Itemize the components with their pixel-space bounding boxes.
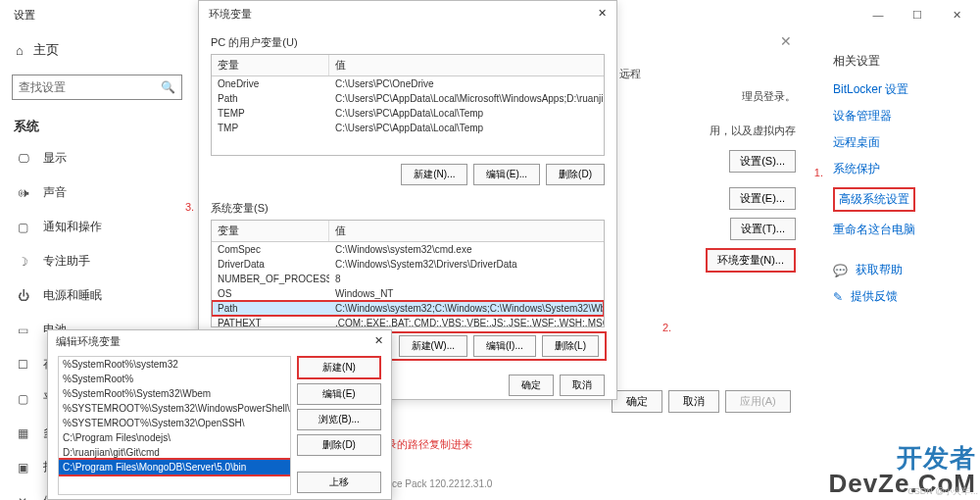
inner-close-icon[interactable]: ✕ [780,33,792,49]
browse-button[interactable]: 浏览(B)... [297,409,381,430]
nav-focus[interactable]: ☽专注助手 [0,244,194,278]
nav-label: 声音 [43,184,67,201]
env-cancel-button[interactable]: 取消 [560,375,605,396]
annotation-2: 2. [662,322,671,333]
annotation-3: 3. [185,201,194,213]
ok-button[interactable]: 确定 [612,390,662,413]
edit-sys-button[interactable]: 编辑(I)... [473,335,536,357]
table-row: TMPC:\Users\PC\AppData\Local\Temp [212,121,604,135]
home-icon: ⌂ [16,43,24,58]
path-list[interactable]: %SystemRoot%\system32 %SystemRoot% %Syst… [58,356,291,495]
bell-icon: ▢ [18,221,31,234]
list-item[interactable]: %SystemRoot%\system32 [59,357,290,372]
moon-icon: ☽ [18,255,31,269]
category-header: 系统 [0,108,194,141]
link-advanced[interactable]: 高级系统设置 [839,191,909,208]
table-row: TEMPC:\Users\PC\AppData\Local\Temp [212,106,604,121]
nav-label: 专注助手 [43,253,90,270]
link-sysprotect[interactable]: 系统保护 [833,161,970,177]
home-nav[interactable]: ⌂ 主页 [0,33,194,67]
del-sys-button[interactable]: 删除(L) [542,335,599,357]
settings-e-button[interactable]: 设置(E)... [729,187,796,210]
col-val: 值 [329,221,352,241]
env-var-button[interactable]: 环境变量(N)... [706,248,796,273]
user-vars-label: PC 的用户变量(U) [199,27,616,54]
disk-icon: ☐ [18,358,31,372]
csdn-tag: CSDN @小火车... [907,485,978,498]
settings-t-button[interactable]: 设置(T)... [730,218,796,240]
link-remote[interactable]: 远程桌面 [833,134,970,151]
desc-text-2: 用，以及虚拟内存 [619,124,796,138]
xp-icon: ✕ [18,495,31,501]
battery-icon: ▭ [18,324,31,337]
nav-power[interactable]: ⏻电源和睡眠 [0,278,194,313]
edit-user-button[interactable]: 编辑(E)... [473,164,540,185]
related-header: 相关设置 [833,53,970,70]
del-path-button[interactable]: 删除(D) [297,434,381,456]
table-row: PATHEXT.COM;.EXE;.BAT;.CMD;.VBS;.VBE;.JS… [212,316,604,327]
nav-display[interactable]: 🖵显示 [0,141,194,175]
desc-text: 理员登录。 [619,89,796,104]
user-vars-table[interactable]: 变量值 OneDriveC:\Users\PC\OneDrive PathC:\… [211,54,605,156]
nav-label: 通知和操作 [43,219,102,235]
maximize-button[interactable]: ☐ [898,1,937,28]
feedback-link[interactable]: ✎提供反馈 [833,288,970,305]
new-sys-button[interactable]: 新建(W)... [399,335,467,357]
project-icon: ▣ [18,461,31,475]
tablet-icon: ▢ [18,392,31,406]
table-row: OneDriveC:\Users\PC\OneDrive [212,76,604,91]
edit-title: 编辑环境变量 [56,334,121,349]
col-val: 值 [329,55,352,75]
new-user-button[interactable]: 新建(N)... [401,164,467,185]
grid-icon: ▦ [18,426,31,440]
sys-vars-label: 系统变量(S) [199,193,616,220]
list-item[interactable]: %SystemRoot% [59,372,290,386]
cancel-button[interactable]: 取消 [668,390,719,413]
minimize-button[interactable]: — [858,1,898,28]
list-item[interactable]: %SystemRoot%\System32\Wbem [59,386,290,401]
table-row-path: PathC:\Windows\system32;C:\Windows;C:\Wi… [212,301,604,316]
list-item[interactable]: %SYSTEMROOT%\System32\WindowsPowerShell\… [59,401,290,416]
env-title: 环境变量 [209,7,252,22]
table-row: NUMBER_OF_PROCESSORS8 [212,272,604,286]
feedback-icon: ✎ [833,290,843,304]
home-label: 主页 [33,41,59,59]
close-icon[interactable]: ✕ [374,334,383,349]
nav-label: 电源和睡眠 [43,287,102,304]
moveup-button[interactable]: 上移 [297,472,381,493]
edit-path-button[interactable]: 编辑(E) [297,383,381,405]
settings-title: 设置 [4,8,35,23]
help-link[interactable]: 💬获取帮助 [833,262,970,278]
list-item[interactable]: C:\Program Files\nodejs\ [59,430,290,445]
link-bitlocker[interactable]: BitLocker 设置 [833,81,970,98]
list-item-selected[interactable]: C:\Program Files\MongoDB\Server\5.0\bin [59,460,290,475]
nav-notifications[interactable]: ▢通知和操作 [0,210,194,244]
table-row: OSWindows_NT [212,286,604,301]
annotation-1: 1. [814,167,823,178]
remote-label: 远程 [619,67,796,81]
sys-vars-table[interactable]: 变量值 ComSpecC:\Windows\system32\cmd.exe D… [211,220,605,327]
nav-label: 显示 [43,150,67,167]
list-item[interactable]: D:\ruanjian\git\Git\cmd [59,445,290,460]
new-path-button[interactable]: 新建(N) [297,356,381,379]
link-device-mgr[interactable]: 设备管理器 [833,108,970,125]
search-icon: 🔍 [161,80,175,94]
list-item[interactable]: %SYSTEMROOT%\System32\OpenSSH\ [59,416,290,430]
env-ok-button[interactable]: 确定 [509,375,554,396]
close-icon[interactable]: ✕ [598,7,607,22]
footer-text: ce Pack 120.2212.31.0 [392,478,492,489]
table-row: DriverDataC:\Windows\System32\Drivers\Dr… [212,257,604,272]
table-row: ComSpecC:\Windows\system32\cmd.exe [212,242,604,257]
table-row: PathC:\Users\PC\AppData\Local\Microsoft\… [212,91,604,106]
nav-sound[interactable]: 🕪声音 [0,175,194,210]
edit-env-dialog: 编辑环境变量✕ %SystemRoot%\system32 %SystemRoo… [47,329,392,500]
close-button[interactable]: ✕ [937,1,976,28]
col-var: 变量 [212,55,329,75]
apply-button[interactable]: 应用(A) [725,390,791,413]
speaker-icon: 🕪 [18,186,31,200]
settings-s-button[interactable]: 设置(S)... [729,150,796,173]
power-icon: ⏻ [18,289,31,303]
search-input[interactable]: 查找设置 🔍 [12,75,182,100]
link-rename[interactable]: 重命名这台电脑 [833,222,970,238]
del-user-button[interactable]: 删除(D) [546,164,605,185]
